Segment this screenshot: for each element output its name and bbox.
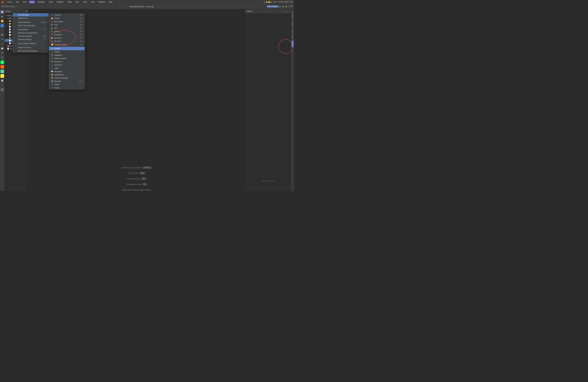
tw-run[interactable]: ▶ Run ⌘4 <box>49 26 84 30</box>
tw-problems[interactable]: ⚠ Problems ⌘6 <box>49 33 84 36</box>
menubar-tools[interactable]: Tools <box>82 1 88 3</box>
tw-label: Commit <box>54 14 61 16</box>
menubar-file[interactable]: File <box>15 1 20 3</box>
debug-button[interactable]: 🐛 <box>282 5 285 8</box>
menubar-build[interactable]: Build <box>67 1 73 3</box>
dock-extra6[interactable]: S <box>0 74 4 78</box>
tw-commit[interactable]: ✔ Commit ⌘0 <box>49 13 84 17</box>
tw-debug[interactable]: 🐛 Debug ⌘5 <box>49 30 84 33</box>
menubar-help[interactable]: Help <box>108 1 114 3</box>
project-settings[interactable]: ⚙ <box>26 10 27 12</box>
shortcut: ⌘4 <box>80 27 83 29</box>
menubar-edit[interactable]: Edit <box>22 1 27 3</box>
tool-windows-submenu[interactable]: ✔ Commit ⌘0 📁 Project ⌘1 🔖 Bookmarks <box>49 13 85 89</box>
menubar-navigate[interactable]: Navigate <box>37 1 46 3</box>
menubar-run[interactable]: Run <box>75 1 80 3</box>
tw-leetcode[interactable]: ⟨ Leetcode <box>49 63 84 66</box>
tw-find[interactable]: 🔍 Find ⌘3 <box>49 23 84 26</box>
vc-icon: 🔀 <box>51 44 53 45</box>
branch-badge[interactable]: main | Debug <box>267 5 278 7</box>
vcpkg-icon: ≡ <box>51 87 53 89</box>
tw-vcpkg[interactable]: ≡ Vcpkg <box>49 86 84 89</box>
dock-todo[interactable]: ✓ <box>0 42 4 46</box>
dock-extra2[interactable]: T <box>0 56 4 60</box>
tw-bookmarks[interactable]: 🔖 Bookmarks ⌘2 <box>49 20 84 23</box>
menu-recent-locations[interactable]: Recent Locations ⇧⌘E <box>13 35 48 38</box>
menu-quick-switch[interactable]: Quick Switch Scheme... <box>13 42 48 45</box>
autocp-maximize[interactable]: ⊡ <box>286 10 287 12</box>
tw-cmake[interactable]: △ CMake <box>49 50 84 53</box>
menu-quick-def[interactable]: Quick Definition ⌥Space <box>13 21 48 24</box>
dock-terminal[interactable]: ⌨ <box>0 33 4 37</box>
dock-extra4[interactable]: G <box>0 65 4 69</box>
toolbar-actions: main | Debug ▶ 🐛 ⏹ ⚙ 🔍 <box>267 5 293 8</box>
file-icon: 📄 <box>9 31 11 33</box>
right-tab-autocp[interactable]: AutoCp <box>291 41 294 47</box>
temperature: 49°C <box>273 1 277 3</box>
menu-bidi[interactable]: Bidi Text Base Direction › <box>13 49 48 52</box>
tw-todo[interactable]: ☑ TODO <box>49 83 84 86</box>
tw-structure[interactable]: 🔲 Structure ⌘7 <box>49 36 84 40</box>
tw-terminal[interactable]: ⌨ Terminal ⌥F12 <box>49 80 84 83</box>
tw-make[interactable]: ≡ make <box>49 66 84 70</box>
tw-copilot[interactable]: ◎ GitHub Copilot <box>49 57 84 60</box>
dock-settings[interactable]: ⚙ <box>0 38 4 41</box>
tw-vc[interactable]: 🔀 Version Control ⌘9 <box>49 43 84 46</box>
search-icon[interactable]: 🔍 <box>291 5 293 7</box>
dock-leetcode[interactable]: L <box>0 28 4 32</box>
apple-menu[interactable]: 🍎 <box>1 1 4 3</box>
menubar-code[interactable]: Code <box>48 1 54 3</box>
tw-label: Database <box>54 54 62 56</box>
shortcut: ⌥F12 <box>78 80 83 82</box>
autocp-close[interactable]: — <box>288 10 289 12</box>
menubar-refactor[interactable]: Refactor <box>56 1 65 3</box>
menu-recently-changed[interactable]: Recently Changed Files <box>13 31 48 35</box>
tw-notifications[interactable]: 🔔 Notifications <box>49 73 84 76</box>
tw-services[interactable]: ⚙ Services ⌘8 <box>49 40 84 43</box>
file-icon: 📄 <box>9 34 11 36</box>
dock-extra8[interactable]: ❤ <box>0 83 4 87</box>
project-selector[interactable]: MyCppWorkSpace ▼ <box>1 5 17 7</box>
recent-files-label: Recent Files <box>127 177 140 180</box>
tw-autocp[interactable]: 🤖 AutoCp <box>49 47 84 50</box>
tw-project[interactable]: 📁 Project ⌘1 <box>49 17 84 20</box>
menu-tool-windows[interactable]: Tool Windows › <box>13 13 48 17</box>
menubar-vcs[interactable]: VCS <box>90 1 96 3</box>
tw-python-packages[interactable]: 📦 Python Packages <box>49 76 84 80</box>
tw-messages[interactable]: 💬 Messages <box>49 70 84 73</box>
menubar-view[interactable]: View <box>29 1 35 3</box>
dock-run[interactable]: ▶ <box>0 15 4 18</box>
right-tab-notifications[interactable]: Notifications <box>291 10 294 20</box>
menu-recent-changes[interactable]: Recent Changes ⌥⇧C <box>13 38 48 41</box>
dock-project[interactable]: 📁 <box>0 10 4 14</box>
menu-appearance[interactable]: Appearance › <box>13 17 48 20</box>
autocp-title: AutoCp <box>247 10 252 12</box>
dock-extra9[interactable]: S <box>0 88 4 91</box>
dock-extra3[interactable]: G <box>0 61 4 64</box>
menu-reset-font[interactable]: Reset Font Size <box>13 46 48 49</box>
nav-bar-row: Navigation Bar ⌘↑ <box>126 183 147 186</box>
menu-label: Recent Locations <box>18 35 32 37</box>
stop-button[interactable]: ⏹ <box>286 5 287 7</box>
right-tab-copilot[interactable]: GitHub Copilot <box>291 29 294 40</box>
menu-recent-files[interactable]: Recent Files ⌘E <box>13 28 48 31</box>
menubar-window[interactable]: Window <box>98 1 106 3</box>
run-button[interactable]: ▶ <box>279 5 281 8</box>
tw-database[interactable]: 🗄 Database <box>49 53 84 57</box>
folder-icon: 📁 <box>9 23 11 25</box>
dock-git[interactable]: 🔀 <box>0 19 4 23</box>
view-menu[interactable]: Tool Windows › Appearance › Quick Defini… <box>13 13 49 53</box>
tw-hierarchy[interactable]: 🌳 Hierarchy <box>49 60 84 63</box>
shortcut: ⌘6 <box>80 34 83 36</box>
menu-quick-type[interactable]: Quick Type Definition <box>13 24 48 27</box>
dock-extra1[interactable]: M <box>0 51 4 55</box>
dock-ps[interactable]: Ps <box>0 24 4 27</box>
dock-extra5[interactable]: C <box>0 70 4 73</box>
menubar-clion[interactable]: CLion <box>6 1 13 3</box>
dock-extra7[interactable]: 📝 <box>0 79 4 82</box>
dock-messages[interactable]: 💬 <box>0 47 4 50</box>
menu-sep <box>13 41 48 42</box>
right-tab-database[interactable]: Database <box>291 20 294 28</box>
services-icon: ⚙ <box>51 40 53 42</box>
settings-icon[interactable]: ⚙ <box>288 5 290 7</box>
